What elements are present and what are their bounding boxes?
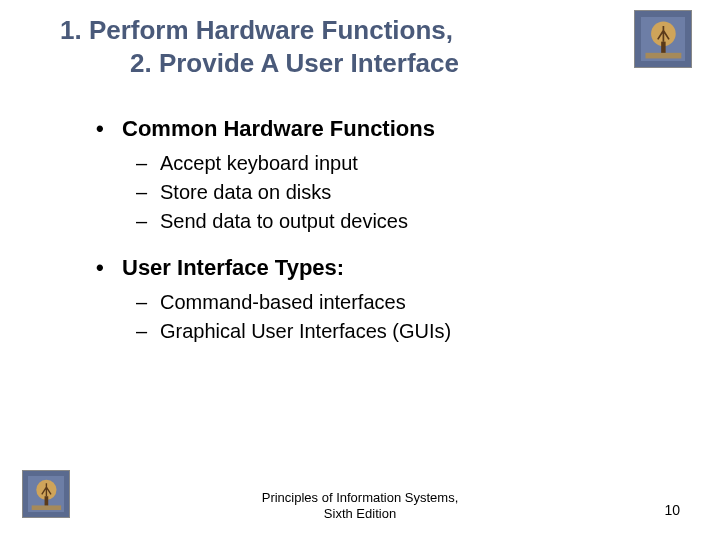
svg-rect-3: [645, 52, 681, 58]
bullet-heading: User Interface Types:: [96, 255, 660, 281]
bullet-sub: Send data to output devices: [96, 208, 660, 235]
footer-line-1: Principles of Information Systems,: [262, 490, 459, 505]
slide-body: Common Hardware Functions Accept keyboar…: [96, 116, 660, 347]
bullet-group-2: User Interface Types: Command-based inte…: [96, 255, 660, 345]
title-line-2: 2. Provide A User Interface: [60, 47, 624, 80]
bullet-group-1: Common Hardware Functions Accept keyboar…: [96, 116, 660, 235]
bullet-sub: Store data on disks: [96, 179, 660, 206]
slide-title-block: 1. Perform Hardware Functions, 2. Provid…: [60, 14, 624, 79]
slide-footer: Principles of Information Systems, Sixth…: [0, 490, 720, 523]
bullet-heading: Common Hardware Functions: [96, 116, 660, 142]
bullet-sub: Command-based interfaces: [96, 289, 660, 316]
page-number: 10: [664, 502, 680, 518]
bullet-sub: Graphical User Interfaces (GUIs): [96, 318, 660, 345]
slide: 1. Perform Hardware Functions, 2. Provid…: [0, 0, 720, 540]
title-line-1: 1. Perform Hardware Functions,: [60, 15, 453, 45]
bullet-sub: Accept keyboard input: [96, 150, 660, 177]
slide-title: 1. Perform Hardware Functions, 2. Provid…: [60, 14, 624, 79]
tree-logo-icon: [634, 10, 692, 68]
footer-line-2: Sixth Edition: [324, 506, 396, 521]
